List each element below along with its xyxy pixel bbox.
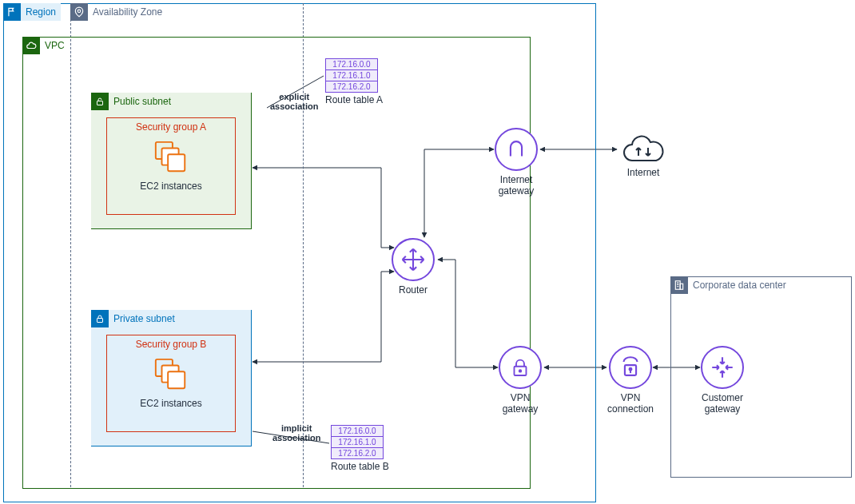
internet-gateway-icon — [495, 128, 538, 171]
building-icon — [670, 276, 688, 294]
internet-label: Internet — [627, 167, 660, 178]
ec2-icon — [153, 139, 189, 176]
route-entry: 172.16.1.0 — [326, 70, 377, 81]
route-entry: 172.16.1.0 — [332, 437, 383, 448]
route-table-b: 172.16.0.0 172.16.1.0 172.16.2.0 Route t… — [331, 425, 389, 472]
svg-rect-1 — [97, 101, 103, 105]
svg-rect-5 — [97, 319, 103, 323]
lock-closed-icon — [91, 310, 109, 327]
vpn-connection-label: VPN connection — [607, 392, 654, 415]
location-pin-icon — [70, 3, 88, 21]
customer-gateway-icon — [701, 346, 744, 389]
vpc-tab: VPC — [22, 37, 72, 54]
router-label: Router — [399, 284, 428, 296]
private-subnet-label: Private subnet — [109, 313, 175, 324]
route-entry: 172.16.0.0 — [332, 426, 383, 437]
public-subnet-tab: Public subnet — [91, 93, 171, 110]
region-tab: Region — [3, 3, 61, 21]
route-table-a: 172.16.0.0 172.16.1.0 172.16.2.0 Route t… — [325, 58, 383, 105]
lock-open-icon — [91, 93, 109, 110]
customer-gateway-node: Customer gateway — [701, 346, 744, 415]
public-subnet-label: Public subnet — [109, 96, 171, 107]
internet-node: Internet — [618, 130, 669, 178]
public-subnet: Public subnet Security group A EC2 insta… — [91, 93, 252, 229]
customer-gateway-label: Customer gateway — [702, 392, 743, 415]
ec2-instances-label: EC2 instances — [140, 181, 201, 192]
vpc-label: VPC — [40, 40, 65, 51]
region-label: Region — [21, 6, 56, 18]
route-entry: 172.16.2.0 — [326, 81, 377, 92]
router-icon — [392, 238, 435, 281]
route-table-b-label: Route table B — [331, 461, 389, 472]
availability-zone-tab: Availability Zone — [70, 3, 162, 21]
security-group-a: Security group A EC2 instances — [106, 117, 236, 215]
vpn-connection-icon — [609, 346, 652, 389]
private-subnet-tab: Private subnet — [91, 310, 175, 327]
internet-gateway-node: Internet gateway — [495, 128, 538, 196]
security-group-b: Security group B EC2 instances — [106, 335, 236, 432]
implicit-association-label: implicit association — [272, 423, 321, 442]
availability-zone-label: Availability Zone — [88, 6, 162, 18]
corporate-data-center-tab: Corporate data center — [670, 276, 786, 294]
router-node: Router — [392, 238, 435, 296]
internet-gateway-label: Internet gateway — [499, 174, 535, 196]
security-group-b-title: Security group B — [136, 339, 207, 350]
route-entry: 172.16.0.0 — [326, 59, 377, 70]
cloud-internet-icon — [618, 130, 669, 167]
svg-point-10 — [519, 370, 522, 372]
svg-rect-14 — [680, 284, 683, 289]
vpn-gateway-icon — [499, 346, 542, 389]
route-entry: 172.16.2.0 — [332, 448, 383, 458]
ec2-icon — [153, 356, 189, 393]
explicit-association-label: explicit association — [270, 92, 319, 111]
vpn-gateway-node: VPN gateway — [499, 346, 542, 415]
vpn-gateway-label: VPN gateway — [503, 392, 539, 415]
private-subnet: Private subnet Security group B EC2 inst… — [91, 310, 252, 446]
svg-point-0 — [78, 10, 81, 13]
svg-rect-8 — [168, 371, 185, 388]
vpn-connection-node: VPN connection — [607, 346, 654, 415]
svg-rect-4 — [168, 154, 185, 171]
security-group-a-title: Security group A — [136, 121, 206, 133]
ec2-instances-label: EC2 instances — [140, 398, 201, 409]
corporate-data-center-label: Corporate data center — [688, 280, 786, 291]
svg-point-12 — [630, 368, 632, 371]
cloud-icon — [22, 37, 40, 54]
flag-icon — [3, 3, 21, 21]
route-table-a-label: Route table A — [325, 94, 383, 105]
corporate-data-center-container — [670, 276, 852, 478]
